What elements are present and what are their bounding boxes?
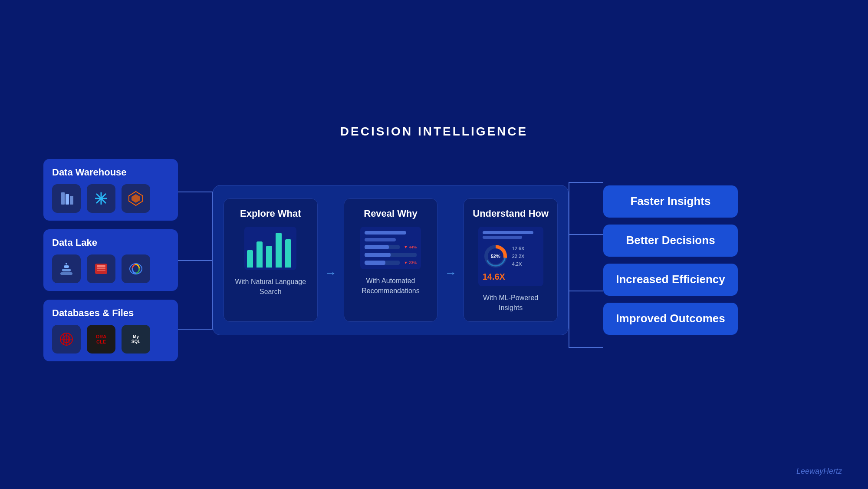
db1-icon [52, 325, 81, 354]
reveal-why-card: Reveal Why ▼ 44% [344, 198, 438, 322]
data-warehouse-icons [52, 184, 169, 213]
databases-files-title: Databases & Files [52, 307, 169, 319]
benefits-column: Faster Insights Better Decisions Increas… [603, 185, 738, 334]
bar-chart-visual [244, 227, 296, 270]
donut-label: 52% [491, 254, 500, 259]
snowflake-icon [87, 184, 115, 213]
lake2-icon [87, 254, 115, 283]
svg-rect-16 [97, 268, 105, 269]
data-lake-card: Data Lake [43, 229, 178, 291]
understand-how-title: Understand How [473, 208, 549, 220]
data-warehouse-card: Data Warehouse [43, 159, 178, 221]
understand-how-card: Understand How [464, 198, 558, 322]
watermark: LeewayHertz [796, 467, 842, 476]
svg-rect-2 [70, 196, 73, 205]
list-row-1: ▼ 44% [365, 245, 417, 249]
donut-chart: 52% [483, 243, 509, 269]
databricks-icon [122, 184, 150, 213]
svg-rect-17 [97, 270, 105, 271]
better-decisions-card: Better Decisions [603, 225, 738, 257]
analysis-panel: Explore What With Natural Language Searc… [213, 185, 569, 335]
stat-42: 4.2X [512, 261, 525, 267]
svg-marker-9 [132, 194, 140, 203]
arrow-1: → [325, 198, 337, 322]
redshift-icon [52, 184, 81, 213]
stat-12: 12.6X [512, 246, 525, 251]
stat-22: 22.2X [512, 254, 525, 259]
stats-right: 12.6X 22.2X 4.2X [512, 246, 525, 267]
increased-efficiency-card: Increased Efficiency [603, 264, 738, 296]
explore-what-subtitle: With Natural Language Search [235, 277, 306, 297]
understand-visual: 52% 12.6X 22.2X 4.2X 14.6X [478, 227, 543, 286]
svg-rect-10 [60, 272, 72, 275]
bar-3 [266, 246, 272, 268]
svg-rect-15 [97, 265, 105, 267]
explore-what-card: Explore What With Natural Language Searc… [224, 198, 318, 322]
connector-left [178, 156, 213, 364]
list-row-3: ▼ 23% [365, 261, 417, 265]
svg-rect-11 [62, 269, 71, 271]
gcp-icon [122, 254, 150, 283]
list-header [365, 231, 406, 235]
better-decisions-title: Better Decisions [614, 233, 727, 248]
bar-2 [256, 241, 263, 268]
connector-right [569, 156, 603, 364]
arrow-2: → [444, 198, 457, 322]
main-layout: Data Warehouse [43, 156, 825, 364]
data-lake-title: Data Lake [52, 237, 169, 248]
bar-4 [276, 233, 282, 268]
databases-files-icons: ORACLE MySQL [52, 325, 169, 354]
bar-1 [247, 250, 253, 268]
faster-insights-card: Faster Insights [603, 185, 738, 218]
page-title: DECISION INTELLIGENCE [340, 125, 528, 139]
improved-outcomes-title: Improved Outcomes [614, 311, 727, 326]
increased-efficiency-title: Increased Efficiency [614, 272, 727, 287]
understand-main-row: 52% 12.6X 22.2X 4.2X [483, 243, 539, 269]
main-stat-label: 14.6X [483, 272, 539, 282]
list-row-1-label: ▼ 44% [404, 245, 417, 249]
list-header-2 [365, 238, 396, 241]
data-warehouse-title: Data Warehouse [52, 167, 169, 178]
svg-rect-13 [66, 263, 67, 264]
improved-outcomes-card: Improved Outcomes [603, 303, 738, 335]
understand-header-lines [483, 231, 539, 239]
list-row-3-label: ▼ 23% [404, 261, 417, 265]
data-sources-column: Data Warehouse [43, 159, 178, 361]
svg-rect-12 [64, 265, 69, 268]
bar-5 [285, 239, 291, 268]
list-visual: ▼ 44% ▼ 23% [360, 227, 421, 269]
mysql-icon: MySQL [122, 325, 150, 354]
understand-how-subtitle: With ML-Powered Insights [483, 293, 538, 313]
data-lake-icons [52, 254, 169, 283]
svg-rect-1 [66, 194, 69, 205]
list-row-2 [365, 253, 417, 257]
svg-rect-0 [61, 192, 65, 205]
svg-point-7 [100, 197, 102, 200]
reveal-why-subtitle: With Automated Recommendations [362, 276, 419, 296]
oracle-icon: ORACLE [87, 325, 115, 354]
faster-insights-title: Faster Insights [614, 194, 727, 209]
explore-what-title: Explore What [240, 208, 301, 220]
lake1-icon [52, 254, 81, 283]
reveal-why-title: Reveal Why [364, 208, 418, 220]
databases-files-card: Databases & Files ORACLE MyS [43, 300, 178, 361]
